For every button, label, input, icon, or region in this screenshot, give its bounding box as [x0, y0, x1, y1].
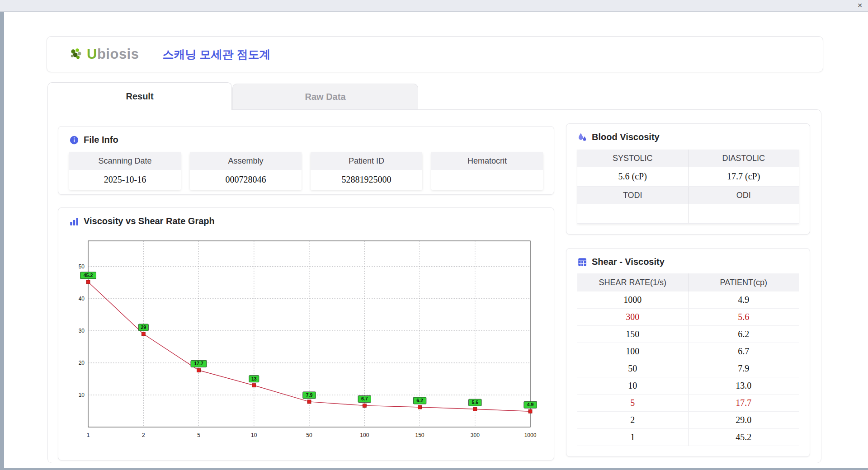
ubiosis-logo-icon — [68, 46, 84, 62]
bv-label: SYSTOLIC — [577, 150, 689, 167]
file-info-card: File Info Scanning Date2025-10-16Assembl… — [58, 126, 554, 195]
svg-text:6.7: 6.7 — [361, 396, 368, 401]
bv-value: 17.7 (cP) — [689, 167, 799, 186]
svg-text:2: 2 — [142, 432, 145, 438]
shear-rate-cell: 5 — [577, 395, 689, 411]
bv-label: DIASTOLIC — [689, 150, 799, 167]
svg-text:5: 5 — [197, 432, 200, 438]
blood-viscosity-label-row: SYSTOLICDIASTOLIC — [577, 150, 799, 167]
blood-viscosity-value-row: –– — [577, 204, 799, 224]
graph-title-row: Viscosity vs Shear Rate Graph — [58, 208, 554, 226]
shear-table-header: SHEAR RATE(1/s) PATIENT(cp) — [577, 273, 799, 291]
shear-rate-cell: 300 — [577, 309, 689, 325]
svg-text:1: 1 — [87, 432, 90, 438]
close-icon[interactable]: ✕ — [857, 2, 863, 9]
shear-viscosity-title: Shear - Viscosity — [592, 257, 665, 267]
info-icon — [69, 135, 79, 145]
field-label: Scanning Date — [69, 152, 181, 170]
tab-raw-data[interactable]: Raw Data — [232, 84, 418, 109]
shear-rate-cell: 100 — [577, 343, 689, 360]
svg-text:13: 13 — [251, 376, 257, 381]
viscosity-chart: 10203040501251050100150300100045.22917.7… — [69, 233, 539, 441]
patient-cell: 29.0 — [689, 412, 799, 428]
svg-text:17.7: 17.7 — [194, 361, 203, 366]
file-info-title-row: File Info — [58, 127, 554, 145]
table-row: 1006.7 — [577, 343, 799, 360]
bv-value: 5.6 (cP) — [577, 167, 689, 186]
blood-viscosity-label-row: TODIODI — [577, 187, 799, 204]
svg-text:29: 29 — [141, 324, 146, 330]
blood-viscosity-title-row: Blood Viscosity — [566, 124, 810, 142]
window-titlebar: ✕ — [0, 0, 868, 12]
blood-viscosity-title: Blood Viscosity — [592, 132, 660, 142]
file-info-field-scanning-date: Scanning Date2025-10-16 — [69, 152, 181, 190]
patient-cell: 6.2 — [689, 326, 799, 343]
field-label: Assembly — [190, 152, 302, 170]
svg-text:10: 10 — [79, 392, 85, 398]
shear-table-body: 10004.93005.61506.21006.7507.91013.0517.… — [577, 291, 799, 446]
patient-cell: 4.9 — [689, 291, 799, 308]
svg-text:7.9: 7.9 — [306, 392, 313, 398]
field-label: Hematocrit — [431, 152, 543, 170]
svg-text:50: 50 — [79, 263, 85, 270]
svg-text:150: 150 — [415, 432, 424, 438]
shear-rate-cell: 150 — [577, 326, 689, 343]
svg-text:20: 20 — [79, 360, 85, 366]
field-value: 52881925000 — [311, 170, 422, 190]
blood-viscosity-card: Blood Viscosity SYSTOLICDIASTOLIC5.6 (cP… — [566, 123, 810, 235]
table-icon — [577, 257, 587, 267]
bv-value: – — [689, 204, 799, 223]
patient-cell: 7.9 — [689, 360, 799, 377]
patient-cell: 45.2 — [689, 429, 799, 446]
table-row: 145.2 — [577, 429, 799, 446]
shear-rate-cell: 1000 — [577, 291, 689, 308]
shear-rate-cell: 1 — [577, 429, 689, 446]
field-value: 2025-10-16 — [69, 170, 181, 190]
table-row: 517.7 — [577, 395, 799, 412]
blood-viscosity-table: SYSTOLICDIASTOLIC5.6 (cP)17.7 (cP)TODIOD… — [577, 150, 799, 224]
file-info-field-patient-id: Patient ID52881925000 — [311, 152, 422, 190]
bv-value: – — [577, 204, 689, 223]
app-window: Ubiosis 스캐닝 모세관 점도계 Result Raw Data File… — [4, 12, 868, 468]
graph-title: Viscosity vs Shear Rate Graph — [84, 216, 215, 226]
svg-text:30: 30 — [79, 328, 85, 334]
file-info-field-hematocrit: Hematocrit — [431, 152, 543, 190]
shear-rate-column-header: SHEAR RATE(1/s) — [577, 273, 689, 291]
field-label: Patient ID — [311, 152, 422, 170]
shear-viscosity-card: Shear - Viscosity SHEAR RATE(1/s) PATIEN… — [566, 248, 810, 457]
shear-viscosity-title-row: Shear - Viscosity — [566, 249, 810, 267]
file-info-title: File Info — [84, 135, 118, 145]
shear-rate-cell: 50 — [577, 360, 689, 377]
svg-text:100: 100 — [360, 432, 369, 438]
table-row: 3005.6 — [577, 309, 799, 326]
svg-text:45.2: 45.2 — [84, 273, 93, 278]
logo-wordmark: Ubiosis — [87, 46, 139, 62]
svg-text:1000: 1000 — [524, 432, 537, 438]
file-info-field-assembly: Assembly000728046 — [190, 152, 302, 190]
bv-label: TODI — [577, 187, 689, 204]
ubiosis-logo: Ubiosis — [68, 46, 139, 62]
patient-cell: 13.0 — [689, 377, 799, 394]
svg-text:40: 40 — [79, 296, 85, 302]
tab-result[interactable]: Result — [47, 82, 232, 110]
bar-chart-icon — [69, 216, 79, 226]
svg-text:300: 300 — [471, 432, 480, 438]
table-row: 1013.0 — [577, 377, 799, 395]
shear-rate-cell: 2 — [577, 412, 689, 428]
viscosity-graph-card: Viscosity vs Shear Rate Graph 1020304050… — [58, 207, 554, 461]
shear-viscosity-table: SHEAR RATE(1/s) PATIENT(cp) 10004.93005.… — [577, 273, 799, 446]
field-value: 000728046 — [190, 170, 302, 190]
svg-text:5.6: 5.6 — [472, 400, 478, 405]
bv-label: ODI — [689, 187, 799, 204]
field-value — [431, 170, 543, 189]
patient-cell: 6.7 — [689, 343, 799, 360]
result-panel: File Info Scanning Date2025-10-16Assembl… — [47, 109, 821, 463]
svg-text:6.2: 6.2 — [416, 398, 423, 403]
svg-text:10: 10 — [251, 432, 257, 438]
patient-cell: 5.6 — [689, 309, 799, 325]
table-row: 10004.9 — [577, 291, 799, 309]
svg-text:50: 50 — [306, 432, 312, 438]
app-header: Ubiosis 스캐닝 모세관 점도계 — [47, 36, 823, 72]
patient-column-header: PATIENT(cp) — [689, 273, 799, 291]
svg-text:4.9: 4.9 — [527, 402, 534, 407]
